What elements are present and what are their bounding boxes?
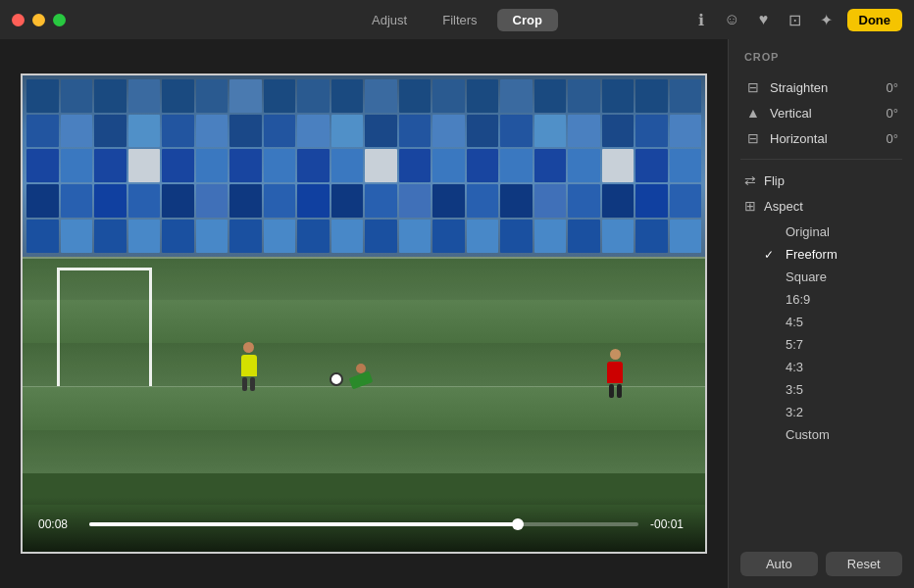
flip-icon: ⇄ xyxy=(744,172,756,188)
stadium-seats xyxy=(23,75,705,257)
aspect-16-9-label: 16:9 xyxy=(786,292,810,307)
aspect-3-2[interactable]: 3:2 xyxy=(748,401,914,423)
copy-icon[interactable]: ⊡ xyxy=(785,9,806,30)
tab-crop[interactable]: Crop xyxy=(497,9,558,31)
aspect-square[interactable]: Square xyxy=(748,266,914,288)
video-scene xyxy=(23,75,705,552)
player-goalkeeper xyxy=(350,364,372,386)
checkmark-freeform: ✓ xyxy=(764,248,778,262)
done-button[interactable]: Done xyxy=(847,9,903,31)
player-attacker xyxy=(607,349,623,398)
aspect-freeform-label: Freeform xyxy=(786,247,838,262)
flip-label: Flip xyxy=(764,173,785,188)
aspect-header[interactable]: ⊞ Aspect xyxy=(729,193,914,219)
aspect-square-label: Square xyxy=(786,270,827,284)
aspect-5-7[interactable]: 5:7 xyxy=(748,333,914,356)
straighten-label: Straighten xyxy=(770,80,828,95)
divider-1 xyxy=(740,159,902,160)
aspect-16-9[interactable]: 16:9 xyxy=(748,288,914,311)
info-icon[interactable]: ℹ xyxy=(690,9,712,30)
fullscreen-button[interactable] xyxy=(53,14,66,26)
aspect-options: Original ✓ Freeform Square 16:9 4:5 5:7 xyxy=(729,219,914,448)
aspect-4-3-label: 4:3 xyxy=(786,360,803,374)
horizontal-label: Horizontal xyxy=(770,131,828,146)
reset-button[interactable]: Reset xyxy=(826,552,903,576)
nav-tabs: Adjust Filters Crop xyxy=(356,9,558,31)
player-yellow xyxy=(241,342,257,391)
time-remaining: -00:01 xyxy=(650,517,689,531)
progress-thumb[interactable] xyxy=(512,518,524,530)
panel-title: CROP xyxy=(729,51,914,74)
magic-wand-icon[interactable]: ✦ xyxy=(816,9,838,30)
titlebar: Adjust Filters Crop ℹ ☺ ♥ ⊡ ✦ Done xyxy=(0,0,914,39)
aspect-4-3[interactable]: 4:3 xyxy=(748,356,914,378)
aspect-3-5[interactable]: 3:5 xyxy=(748,378,914,401)
tab-adjust[interactable]: Adjust xyxy=(356,9,423,31)
main-content: 00:08 -00:01 CROP ⊟ Straighten 0° xyxy=(0,39,914,588)
smiley-icon[interactable]: ☺ xyxy=(722,9,743,30)
flip-row[interactable]: ⇄ Flip xyxy=(729,168,914,193)
field xyxy=(23,257,705,473)
time-current: 00:08 xyxy=(38,517,77,531)
traffic-lights xyxy=(12,14,66,26)
aspect-4-5-label: 4:5 xyxy=(786,315,803,329)
aspect-icon: ⊞ xyxy=(744,198,756,214)
video-controls: 00:08 -00:01 xyxy=(23,497,705,552)
horizontal-row[interactable]: ⊟ Horizontal 0° xyxy=(740,125,902,151)
vertical-value: 0° xyxy=(887,106,898,121)
tab-filters[interactable]: Filters xyxy=(427,9,492,31)
adjustments-section: ⊟ Straighten 0° ▲ Vertical 0° ⊟ Horizont… xyxy=(729,74,914,151)
crop-panel: CROP ⊟ Straighten 0° ▲ Vertical 0° xyxy=(728,39,914,588)
vertical-label: Vertical xyxy=(770,106,812,121)
aspect-original[interactable]: Original xyxy=(748,220,914,243)
straighten-row[interactable]: ⊟ Straighten 0° xyxy=(740,74,902,100)
aspect-4-5[interactable]: 4:5 xyxy=(748,311,914,333)
aspect-freeform[interactable]: ✓ Freeform xyxy=(748,243,914,266)
minimize-button[interactable] xyxy=(32,14,45,26)
goal xyxy=(57,268,152,387)
video-player[interactable]: 00:08 -00:01 xyxy=(21,74,707,554)
straighten-value: 0° xyxy=(887,80,898,95)
progress-fill xyxy=(89,522,518,526)
auto-button[interactable]: Auto xyxy=(740,552,818,576)
horizontal-icon: ⊟ xyxy=(744,130,762,146)
vertical-row[interactable]: ▲ Vertical 0° xyxy=(740,100,902,125)
aspect-3-5-label: 3:5 xyxy=(786,382,803,397)
aspect-custom-label: Custom xyxy=(786,427,830,442)
close-button[interactable] xyxy=(12,14,25,26)
aspect-5-7-label: 5:7 xyxy=(786,337,803,352)
aspect-label: Aspect xyxy=(764,199,803,214)
horizontal-value: 0° xyxy=(887,131,898,146)
bottom-buttons: Auto Reset xyxy=(729,544,914,576)
aspect-custom[interactable]: Custom xyxy=(748,423,914,446)
toolbar-right: ℹ ☺ ♥ ⊡ ✦ Done xyxy=(690,9,903,31)
progress-bar[interactable] xyxy=(89,522,638,526)
straighten-icon: ⊟ xyxy=(744,79,762,95)
vertical-icon: ▲ xyxy=(744,105,762,121)
aspect-original-label: Original xyxy=(786,224,830,239)
video-area: 00:08 -00:01 xyxy=(0,39,728,588)
heart-icon[interactable]: ♥ xyxy=(753,9,775,30)
aspect-3-2-label: 3:2 xyxy=(786,405,803,419)
